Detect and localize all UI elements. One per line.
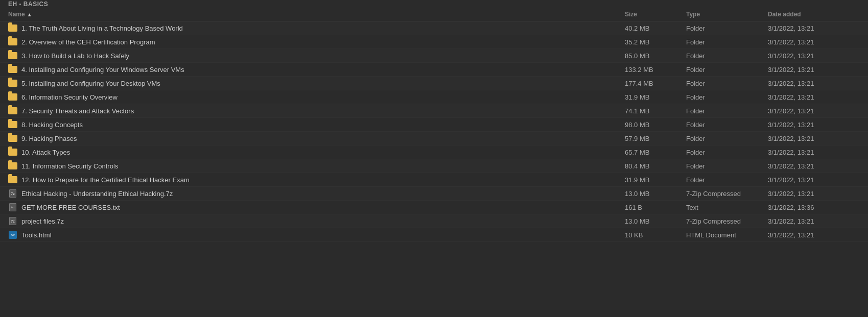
file-type-icon xyxy=(8,38,17,46)
file-name-label: project files.7z xyxy=(21,217,64,225)
file-list: 1. The Truth About Living in a Technolog… xyxy=(0,21,868,242)
file-date-cell: 3/1/2022, 13:21 xyxy=(768,135,860,142)
name-column-header[interactable]: Name ▲ xyxy=(8,11,625,18)
file-type-icon xyxy=(8,148,17,156)
file-date-cell: 3/1/2022, 13:21 xyxy=(768,93,860,101)
file-size-cell: 74.1 MB xyxy=(625,107,686,115)
table-row[interactable]: 12. How to Prepare for the Certified Eth… xyxy=(0,173,868,187)
zip-icon: 7z xyxy=(9,217,16,225)
file-date-cell: 3/1/2022, 13:21 xyxy=(768,217,860,225)
file-type-icon xyxy=(8,65,17,74)
file-date-cell: 3/1/2022, 13:21 xyxy=(768,38,860,46)
file-type-cell: 7-Zip Compressed xyxy=(686,217,768,225)
file-name-cell: 8. Hacking Concepts xyxy=(8,120,625,129)
file-name-cell: 3. How to Build a Lab to Hack Safely xyxy=(8,52,625,60)
file-type-icon xyxy=(8,79,17,87)
file-size-cell: 10 KB xyxy=(625,231,686,239)
file-name-cell: </> Tools.html xyxy=(8,231,625,239)
file-type-cell: Folder xyxy=(686,107,768,115)
txt-icon: txt xyxy=(9,203,16,211)
file-name-label: 10. Attack Types xyxy=(21,149,70,156)
file-name-cell: txt GET MORE FREE COURSES.txt xyxy=(8,203,625,211)
zip-icon: 7z xyxy=(9,189,16,198)
file-type-cell: Folder xyxy=(686,162,768,170)
table-row[interactable]: 10. Attack Types 65.7 MB Folder 3/1/2022… xyxy=(0,145,868,159)
file-size-cell: 161 B xyxy=(625,204,686,211)
file-type-icon xyxy=(8,52,17,60)
folder-icon xyxy=(8,80,17,87)
file-name-cell: 7z project files.7z xyxy=(8,217,625,225)
file-type-cell: Folder xyxy=(686,66,768,74)
file-name-cell: 10. Attack Types xyxy=(8,148,625,156)
file-type-icon xyxy=(8,120,17,129)
file-date-cell: 3/1/2022, 13:21 xyxy=(768,66,860,74)
file-name-cell: 11. Information Security Controls xyxy=(8,162,625,170)
table-row[interactable]: 7z Ethical Hacking - Understanding Ethic… xyxy=(0,187,868,201)
table-row[interactable]: 2. Overview of the CEH Certification Pro… xyxy=(0,35,868,49)
file-name-label: 5. Installing and Configuring Your Deskt… xyxy=(21,80,160,87)
file-type-icon: </> xyxy=(8,231,17,239)
file-name-cell: 5. Installing and Configuring Your Deskt… xyxy=(8,79,625,87)
file-name-cell: 6. Information Security Overview xyxy=(8,93,625,101)
file-date-cell: 3/1/2022, 13:21 xyxy=(768,25,860,32)
file-size-cell: 177.4 MB xyxy=(625,80,686,87)
table-row[interactable]: 7z project files.7z 13.0 MB 7-Zip Compre… xyxy=(0,214,868,228)
file-type-cell: HTML Document xyxy=(686,231,768,239)
table-row[interactable]: 3. How to Build a Lab to Hack Safely 85.… xyxy=(0,49,868,63)
file-type-cell: 7-Zip Compressed xyxy=(686,190,768,198)
file-name-cell: 1. The Truth About Living in a Technolog… xyxy=(8,24,625,32)
folder-icon xyxy=(8,52,17,59)
table-row[interactable]: 7. Security Threats and Attack Vectors 7… xyxy=(0,104,868,118)
table-row[interactable]: 6. Information Security Overview 31.9 MB… xyxy=(0,90,868,104)
table-row[interactable]: </> Tools.html 10 KB HTML Document 3/1/2… xyxy=(0,228,868,242)
file-type-cell: Folder xyxy=(686,149,768,156)
file-date-cell: 3/1/2022, 13:36 xyxy=(768,204,860,211)
file-date-cell: 3/1/2022, 13:21 xyxy=(768,121,860,129)
folder-icon xyxy=(8,162,17,169)
table-row[interactable]: 11. Information Security Controls 80.4 M… xyxy=(0,159,868,173)
type-column-header[interactable]: Type xyxy=(686,11,768,18)
date-column-header[interactable]: Date added xyxy=(768,11,860,18)
column-headers: Name ▲ Size Type Date added xyxy=(0,8,868,21)
size-column-header[interactable]: Size xyxy=(625,11,686,18)
table-row[interactable]: 5. Installing and Configuring Your Deskt… xyxy=(0,77,868,90)
file-type-cell: Folder xyxy=(686,135,768,142)
file-name-label: Tools.html xyxy=(21,231,52,239)
file-name-cell: 9. Hacking Phases xyxy=(8,134,625,142)
file-type-icon: 7z xyxy=(8,217,17,225)
file-size-cell: 31.9 MB xyxy=(625,93,686,101)
file-size-cell: 57.9 MB xyxy=(625,135,686,142)
file-name-cell: 12. How to Prepare for the Certified Eth… xyxy=(8,176,625,184)
file-type-cell: Folder xyxy=(686,25,768,32)
folder-icon xyxy=(8,107,17,114)
file-name-label: 1. The Truth About Living in a Technolog… xyxy=(21,25,183,32)
file-size-cell: 98.0 MB xyxy=(625,121,686,129)
file-date-cell: 3/1/2022, 13:21 xyxy=(768,190,860,198)
file-size-cell: 13.0 MB xyxy=(625,190,686,198)
table-row[interactable]: 9. Hacking Phases 57.9 MB Folder 3/1/202… xyxy=(0,132,868,145)
file-name-label: GET MORE FREE COURSES.txt xyxy=(21,204,120,211)
file-date-cell: 3/1/2022, 13:21 xyxy=(768,162,860,170)
file-type-icon xyxy=(8,134,17,142)
file-type-icon xyxy=(8,176,17,184)
file-type-icon: 7z xyxy=(8,189,17,198)
file-type-cell: Folder xyxy=(686,38,768,46)
file-name-label: 6. Information Security Overview xyxy=(21,93,118,101)
file-name-label: 7. Security Threats and Attack Vectors xyxy=(21,107,134,115)
file-type-cell: Folder xyxy=(686,80,768,87)
table-row[interactable]: txt GET MORE FREE COURSES.txt 161 B Text… xyxy=(0,201,868,214)
name-header-label: Name xyxy=(8,11,25,18)
file-name-cell: 4. Installing and Configuring Your Windo… xyxy=(8,65,625,74)
file-name-cell: 7z Ethical Hacking - Understanding Ethic… xyxy=(8,189,625,198)
file-size-cell: 13.0 MB xyxy=(625,217,686,225)
file-size-cell: 85.0 MB xyxy=(625,52,686,60)
table-row[interactable]: 8. Hacking Concepts 98.0 MB Folder 3/1/2… xyxy=(0,118,868,132)
table-row[interactable]: 4. Installing and Configuring Your Windo… xyxy=(0,63,868,77)
table-row[interactable]: 1. The Truth About Living in a Technolog… xyxy=(0,21,868,35)
file-type-cell: Folder xyxy=(686,121,768,129)
file-size-cell: 31.9 MB xyxy=(625,176,686,184)
file-type-cell: Folder xyxy=(686,52,768,60)
file-type-icon xyxy=(8,107,17,115)
folder-icon xyxy=(8,38,17,45)
file-type-cell: Text xyxy=(686,204,768,211)
